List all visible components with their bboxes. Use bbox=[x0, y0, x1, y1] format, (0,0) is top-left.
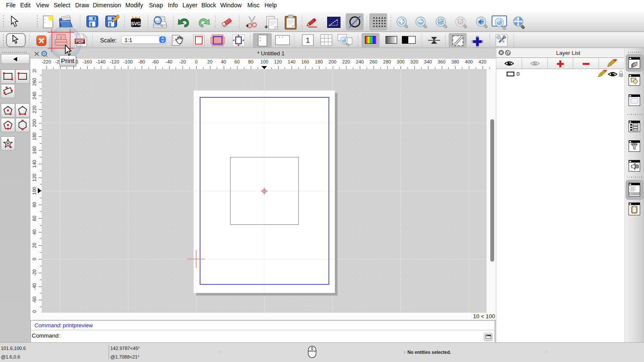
svg-text:1: 1 bbox=[306, 36, 310, 45]
svg-text:> command: > command bbox=[630, 193, 638, 195]
svg-text:SVG: SVG bbox=[131, 21, 141, 26]
